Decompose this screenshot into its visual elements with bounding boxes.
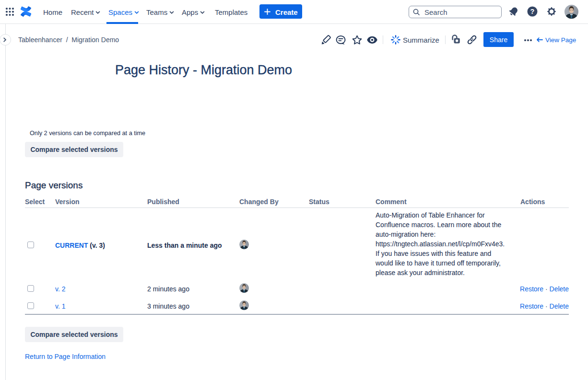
svg-text:?: ?: [530, 8, 535, 15]
